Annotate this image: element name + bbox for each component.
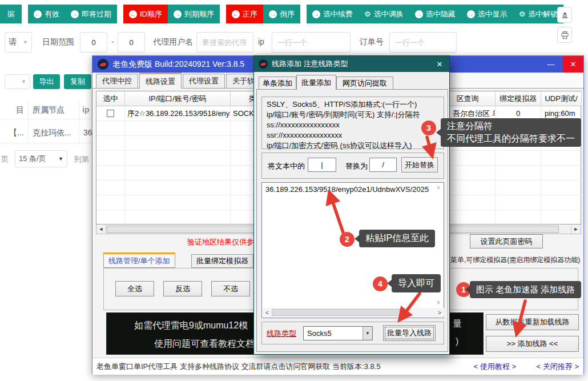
page-size-select[interactable]: 15 条/页 ▼ [15, 150, 67, 167]
scroll-right-icon[interactable]: > [435, 310, 444, 316]
annotation-circle-4: 4 [373, 276, 388, 291]
scroll-left-icon[interactable]: < [263, 310, 272, 316]
button-label: 反选 [175, 284, 190, 294]
column-header-ip[interactable]: IP/端口/账号/密码 [125, 91, 231, 106]
toolbar-button-label: 到期顺序 [184, 9, 214, 19]
subtab-line-manage[interactable]: 线路管理/单个添加 [103, 252, 175, 268]
goto-page-label: 到第 [74, 154, 89, 165]
toolbar-button-swap-selected[interactable]: ⚙选中调换 [359, 5, 409, 23]
dialog-titlebar[interactable]: 线路添加 注意线路类型 ✕ [254, 56, 449, 72]
tab-proxy-settings[interactable]: 代理设置 [183, 74, 225, 88]
date-to-input[interactable] [118, 32, 145, 53]
export-tray-button[interactable] [557, 7, 572, 23]
format-line: ss://xxxxxxxxxxxxxxxx [267, 120, 439, 130]
date-separator: - [111, 37, 114, 46]
replace-find-input[interactable] [308, 158, 336, 172]
invert-selection-button[interactable]: 反选 [163, 281, 202, 296]
line-type-combobox[interactable]: Socks5 ▼ [303, 326, 373, 340]
copy-button[interactable]: 复制 [64, 74, 91, 89]
dialog-tab-single-add[interactable]: 单条添加 [259, 77, 296, 89]
toolbar-button-descending[interactable]: →倒序 [263, 5, 300, 23]
agent-search-input[interactable] [196, 32, 253, 53]
export-button[interactable]: 导出 [33, 74, 60, 89]
toolbar-button-label: 正序 [243, 9, 257, 19]
format-line: SSLY、Socks5、HTTP/S添加格式:(一行一个) [267, 99, 439, 110]
row-checkbox[interactable] [107, 110, 114, 117]
replace-with-input[interactable] [369, 158, 397, 172]
toolbar-button-hide-selected[interactable]: →选中隐藏 [409, 5, 461, 23]
textarea-horizontal-scrollbar[interactable]: < > [263, 308, 444, 317]
subtab-batch-bind[interactable]: 批量绑定模拟器 [191, 254, 253, 268]
toolbar-button-label: 选中隐藏 [426, 9, 456, 19]
toolbar-button-label: 即将过期 [82, 9, 111, 19]
app-logo-fish-icon [98, 59, 108, 70]
column-header-udp[interactable]: UDP测试/ [541, 91, 582, 106]
dialog-close-button[interactable]: ✕ [430, 56, 449, 72]
button-label: 设置此页面密码 [481, 236, 533, 247]
toolbar-button-show-selected[interactable]: →选中显示 [461, 5, 513, 23]
toolbar-button-expire-order[interactable]: →到期顺序 [168, 5, 220, 23]
top-toolbar: 据 ←有效 →即将过期 ←ID顺序 →到期顺序 ←正序 →倒序 →选中续费 ⚙选… [0, 5, 563, 23]
scroll-right-arrow-icon[interactable]: ► [571, 225, 581, 234]
toolbar-button-expiring[interactable]: →即将过期 [65, 5, 117, 23]
batch-ip-textarea[interactable]: 36.189.226.153/9518/enyp02e1/UdnbwXVS/20… [261, 182, 444, 318]
ip-search-input[interactable] [272, 32, 351, 53]
tab-proxy-control[interactable]: 代理中控 [96, 74, 138, 88]
chevron-down-icon: ▼ [58, 156, 63, 162]
dialog-tab-batch-add[interactable]: 批量添加 [296, 75, 336, 90]
tab-label: 代理中控 [102, 76, 132, 86]
arrow-right-circle-icon: → [312, 10, 320, 18]
button-label: 全选 [127, 284, 142, 294]
dialog-tab-web-extract[interactable]: 网页访问提取 [336, 77, 393, 89]
minimize-icon: — [547, 60, 555, 69]
column-header-emulator[interactable]: 绑定模拟器 [496, 91, 541, 106]
left-table-cell: 克拉玛依... [33, 128, 71, 138]
button-label: >> 添加线路 << [507, 339, 558, 349]
arrow-left-circle-icon: ← [232, 10, 240, 18]
format-info-box: SSLY、Socks5、HTTP/S添加格式:(一行一个) ip/端口/账号/密… [261, 97, 444, 149]
set-page-password-button[interactable]: 设置此页面密码 [470, 234, 543, 248]
toolbar-button-valid[interactable]: ←有效 [28, 5, 65, 23]
reload-lines-button[interactable]: 从数据库重新加载线路 [486, 314, 579, 330]
tab-label: 线路设置 [146, 77, 175, 87]
ip-label: ip [258, 37, 264, 46]
toolbar-button-id-order[interactable]: ←ID顺序 [123, 5, 168, 23]
filter-select[interactable]: 请 ▼ [5, 32, 32, 53]
gear-icon: ⚙ [519, 10, 526, 18]
tutorial-link[interactable]: < 使用教程 > [474, 362, 516, 372]
left-table-header-ip: ip [82, 105, 89, 114]
agent-username-label: 代理用户名 [153, 37, 193, 47]
annotation-tooltip-3: 注意分隔符 不同代理工具的分隔符要求不一 [441, 118, 581, 147]
scroll-up-icon[interactable]: ∧ [434, 185, 443, 190]
toolbar-button-renew-selected[interactable]: →选中续费 [307, 5, 359, 23]
tab-label: 网页访问提取 [343, 78, 387, 89]
toolbar-button-label: ID顺序 [140, 9, 162, 19]
toolbar-button-ascending[interactable]: ←正序 [226, 5, 263, 23]
date-from-input[interactable] [80, 32, 107, 53]
add-line-button[interactable]: >> 添加线路 << [486, 336, 579, 352]
column-header-checked[interactable]: 选中 [96, 91, 125, 106]
scroll-left-arrow-icon[interactable]: ◄ [96, 225, 106, 234]
dialog-tab-page: SSLY、Socks5、HTTP/S添加格式:(一行一个) ip/端口/账号/密… [256, 89, 448, 352]
import-frame: 线路类型 Socks5 ▼ 批量导入线路 [261, 322, 444, 344]
close-button[interactable]: ✕ [563, 56, 583, 73]
start-replace-button[interactable]: 开始替换 [401, 157, 438, 173]
toolbar-button-data[interactable]: 据 [0, 5, 22, 23]
order-search-input[interactable] [389, 32, 457, 53]
page-unit-fragment: 页 [1, 154, 9, 165]
toolbar-button-unlock-selected[interactable]: ⚙选中解锁 [513, 5, 564, 23]
batch-import-button[interactable]: 批量导入线路 [383, 325, 436, 341]
close-recommend-link[interactable]: < 关闭推荐 > [537, 362, 579, 372]
scroll-down-icon[interactable]: ∨ [434, 299, 443, 305]
minimize-button[interactable]: — [539, 56, 563, 73]
export-button-label: 导出 [39, 77, 54, 87]
left-table-header-item: 目 [16, 105, 24, 115]
left-panel-select[interactable]: ▼ [5, 74, 30, 89]
select-all-button[interactable]: 全选 [115, 281, 154, 296]
annotation-tooltip-2: 粘贴IP信息至此 [359, 230, 435, 247]
scrollbar-thumb[interactable] [272, 309, 409, 316]
page-size-value: 15 条/页 [19, 154, 46, 164]
tab-line-settings[interactable]: 线路设置 [139, 73, 182, 89]
select-none-button[interactable]: 不选 [211, 281, 250, 296]
close-icon: ✕ [437, 60, 443, 69]
